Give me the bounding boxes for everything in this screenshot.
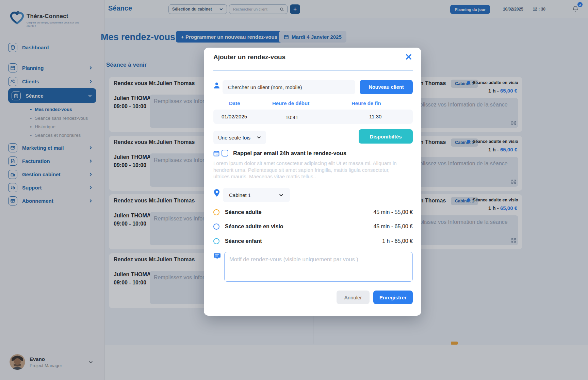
session-type-label: Séance adulte en visio [225, 224, 283, 230]
add-appointment-modal: Ajouter un rendez-vous Nouveau client Da… [204, 48, 421, 316]
radio-icon[interactable] [213, 224, 219, 230]
session-type-price: 45 min - 65,00 € [373, 224, 413, 230]
client-search-field[interactable] [223, 80, 355, 94]
comment-bubble-icon [213, 252, 221, 260]
modal-title: Ajouter un rendez-vous [213, 53, 285, 61]
availability-button[interactable]: Disponibiltés [359, 129, 413, 144]
session-type-label: Séance enfant [225, 238, 262, 244]
cabinet-dropdown-value: Cabinet 1 [229, 192, 251, 198]
chevron-down-icon [257, 135, 261, 140]
session-type-option[interactable]: Séance adulte en visio 45 min - 65,00 € [213, 222, 413, 231]
reminder-checkbox[interactable] [222, 150, 228, 156]
app-root: Théra-Connect Gagnez du temps, concentre… [0, 0, 588, 380]
modal-divider [213, 70, 413, 71]
cabinet-dropdown[interactable]: Cabinet 1 [223, 188, 290, 202]
new-client-button[interactable]: Nouveau client [360, 80, 413, 94]
end-time-label: Heure de fin [352, 100, 381, 106]
save-button[interactable]: Enregistrer [373, 291, 413, 304]
session-type-price: 45 min - 55,00 € [373, 209, 413, 215]
start-time-label: Heure de début [272, 100, 309, 106]
recurrence-select[interactable]: Une seule fois [213, 131, 266, 144]
session-type-option[interactable]: Séance enfant 1 h - 65,00 € [213, 237, 413, 245]
motif-textarea[interactable] [224, 252, 413, 282]
session-type-label: Séance adulte [225, 209, 262, 215]
date-label: Date [229, 100, 240, 106]
reminder-label: Rappel par email 24h avant le rendez-vou… [233, 150, 346, 156]
date-value[interactable]: 01/02/2025 [222, 114, 247, 119]
cancel-button[interactable]: Annuler [337, 291, 370, 304]
radio-icon[interactable] [213, 209, 219, 215]
location-pin-icon [213, 189, 220, 197]
end-time-value[interactable]: 11:30 [369, 114, 381, 119]
close-icon[interactable] [404, 52, 413, 61]
chevron-down-icon [279, 193, 284, 198]
recurrence-value: Une seule fois [218, 135, 250, 141]
start-time-value[interactable]: 10:41 [285, 114, 298, 120]
reminder-note: Lorem ipsum dolor sit amet consectetur a… [213, 160, 404, 180]
client-person-icon [213, 82, 220, 89]
session-type-price: 1 h - 65,00 € [382, 238, 413, 244]
reminder-calendar-icon [213, 150, 220, 157]
session-type-option[interactable]: Séance adulte 45 min - 55,00 € [213, 208, 413, 216]
radio-icon[interactable] [213, 238, 219, 244]
